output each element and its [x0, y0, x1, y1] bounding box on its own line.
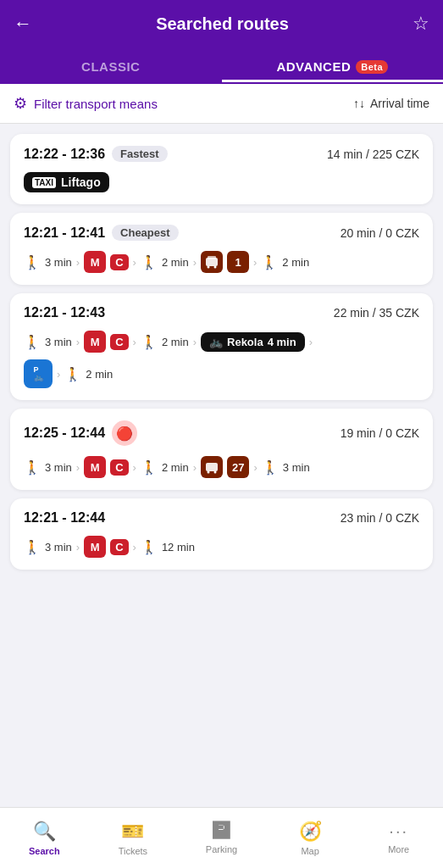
walk-icon: 🚶 — [261, 254, 278, 270]
step-duration: 12 min — [162, 541, 195, 554]
route-time: 12:21 - 12:44 — [24, 510, 105, 526]
metro-line: C — [110, 539, 128, 555]
metro-c-icon: M — [84, 456, 106, 478]
taxi-transport: TAXI Liftago — [24, 172, 109, 192]
svg-rect-4 — [206, 463, 218, 471]
sort-arrival-button[interactable]: ↑↓ Arrival time — [353, 97, 429, 110]
route-steps: 🚶 3 min › M C › 🚶 2 min › 🚲 Rekola 4 min… — [24, 331, 419, 353]
walk-icon: 🚶 — [141, 459, 158, 476]
chevron-icon: › — [133, 336, 136, 348]
nav-map[interactable]: 🧭 Map — [266, 808, 355, 868]
step-duration: 3 min — [45, 461, 72, 474]
route-steps: 🚶 3 min › M C › 🚶 2 min › 1 › 🚶 2 min — [24, 251, 419, 273]
chevron-icon: › — [193, 256, 197, 269]
metro-c-icon: M — [84, 331, 106, 353]
route-header: 12:25 - 12:44 🔴 19 min / 0 CZK — [24, 420, 419, 446]
svg-point-6 — [214, 471, 217, 474]
filter-transport-button[interactable]: ⚙ Filter transport means — [14, 94, 158, 113]
nav-more[interactable]: ··· More — [354, 808, 443, 868]
nav-search[interactable]: 🔍 Search — [0, 808, 89, 868]
header: ← Searched routes ☆ — [0, 0, 443, 47]
filter-icon: ⚙ — [14, 94, 27, 113]
nav-tickets[interactable]: 🎫 Tickets — [89, 808, 178, 868]
route-steps: 🚶 3 min › M C › 🚶 2 min › 27 › 🚶 3 min — [24, 456, 419, 478]
nav-parking[interactable]: 🅿 Parking — [177, 808, 266, 868]
route-badge: Cheapest — [112, 225, 179, 241]
step-duration: 2 min — [86, 368, 113, 381]
walk-icon: 🚶 — [64, 366, 81, 382]
tram-icon — [201, 456, 223, 478]
tab-classic[interactable]: CLASSIC — [0, 47, 222, 82]
route-card[interactable]: 12:25 - 12:44 🔴 19 min / 0 CZK 🚶 3 min ›… — [10, 409, 433, 490]
route-header: 12:21 - 12:43 22 min / 35 CZK — [24, 305, 419, 320]
route-card[interactable]: 12:21 - 12:44 23 min / 0 CZK 🚶 3 min › M… — [10, 498, 433, 570]
route-steps-2: P🚲 › 🚶 2 min — [24, 359, 419, 388]
step-duration: 2 min — [162, 461, 189, 474]
chevron-icon: › — [193, 336, 197, 348]
step-duration: 2 min — [162, 256, 189, 269]
route-cost: 14 min / 225 CZK — [327, 147, 419, 161]
chevron-icon: › — [57, 368, 60, 381]
chevron-icon: › — [133, 461, 136, 474]
back-button[interactable]: ← — [14, 13, 32, 35]
metro-line: C — [110, 254, 128, 270]
parking-bike-icon: P🚲 — [24, 359, 53, 388]
tram-icon — [201, 251, 223, 273]
step-duration: 3 min — [45, 541, 72, 554]
walk-icon: 🚶 — [24, 254, 41, 270]
beta-badge: Beta — [356, 60, 388, 74]
metro-c-icon: M — [84, 536, 106, 558]
route-card[interactable]: 12:22 - 12:36 Fastest 14 min / 225 CZK T… — [10, 134, 433, 204]
svg-rect-1 — [208, 256, 216, 259]
route-cost: 19 min / 0 CZK — [341, 426, 419, 440]
chevron-icon: › — [253, 461, 257, 474]
map-icon: 🧭 — [299, 821, 322, 843]
metro-c-icon: M — [84, 251, 106, 273]
chevron-icon: › — [76, 541, 80, 554]
filter-bar: ⚙ Filter transport means ↑↓ Arrival time — [0, 84, 443, 124]
route-time: 12:25 - 12:44 — [24, 426, 105, 441]
walk-icon: 🚶 — [24, 334, 41, 350]
chevron-icon: › — [133, 541, 136, 554]
nav-tickets-label: Tickets — [119, 846, 147, 856]
route-card[interactable]: 12:21 - 12:41 Cheapest 20 min / 0 CZK 🚶 … — [10, 213, 433, 285]
route-cost: 23 min / 0 CZK — [341, 511, 419, 525]
chevron-icon: › — [76, 336, 80, 348]
walk-icon: 🚶 — [141, 254, 158, 270]
route-steps: 🚶 3 min › M C › 🚶 12 min — [24, 536, 419, 558]
taxi-label: TAXI — [32, 177, 56, 188]
chevron-icon: › — [253, 256, 257, 269]
metro-line: C — [110, 334, 128, 350]
chevron-icon: › — [309, 336, 313, 348]
route-header: 12:21 - 12:44 23 min / 0 CZK — [24, 510, 419, 526]
rekola-transport: 🚲 Rekola 4 min — [201, 332, 305, 352]
search-icon: 🔍 — [33, 821, 56, 843]
sort-icon: ↑↓ — [353, 97, 365, 110]
walk-icon: 🚶 — [141, 539, 158, 555]
tram-number: 1 — [227, 251, 249, 273]
nav-parking-label: Parking — [206, 844, 237, 854]
parking-icon: 🅿 — [213, 821, 230, 841]
svg-point-5 — [208, 471, 210, 474]
step-duration: 2 min — [282, 256, 309, 269]
tab-advanced[interactable]: ADVANCED Beta — [222, 47, 444, 82]
rekola-duration: 4 min — [268, 336, 296, 348]
route-time: 12:21 - 12:43 — [24, 305, 105, 320]
nav-search-label: Search — [29, 846, 60, 856]
step-duration: 3 min — [283, 461, 310, 474]
special-badge-icon: 🔴 — [112, 420, 137, 446]
favorite-button[interactable]: ☆ — [413, 13, 429, 35]
route-header: 12:21 - 12:41 Cheapest 20 min / 0 CZK — [24, 225, 419, 241]
step-duration: 3 min — [45, 256, 72, 269]
metro-line: C — [110, 459, 128, 476]
step-duration: 2 min — [162, 336, 189, 348]
walk-icon: 🚶 — [24, 459, 41, 476]
page-title: Searched routes — [32, 14, 413, 34]
route-steps: TAXI Liftago — [24, 172, 419, 192]
bottom-navigation: 🔍 Search 🎫 Tickets 🅿 Parking 🧭 Map ··· M… — [0, 807, 443, 868]
tabs-container: CLASSIC ADVANCED Beta — [0, 47, 443, 84]
route-cost: 20 min / 0 CZK — [341, 226, 419, 240]
chevron-icon: › — [133, 256, 136, 269]
route-card[interactable]: 12:21 - 12:43 22 min / 35 CZK 🚶 3 min › … — [10, 293, 433, 400]
walk-icon: 🚶 — [24, 539, 41, 555]
